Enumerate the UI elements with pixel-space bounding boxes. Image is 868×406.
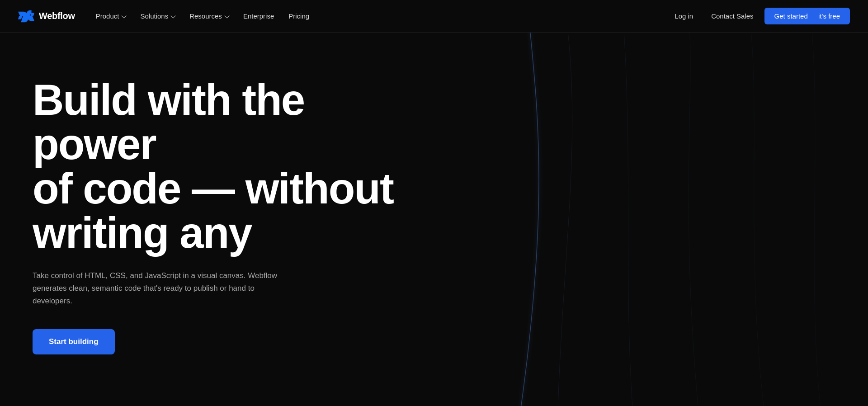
nav-link-pricing[interactable]: Pricing bbox=[282, 9, 316, 24]
logo-text: Webflow bbox=[39, 11, 75, 21]
nav-item-enterprise: Enterprise bbox=[237, 9, 280, 24]
nav-link-solutions[interactable]: Solutions bbox=[134, 9, 181, 24]
nav-item-resources: Resources bbox=[183, 9, 235, 24]
nav-left: Webflow Product Solutions Resources bbox=[18, 9, 316, 24]
contact-sales-link[interactable]: Contact Sales bbox=[704, 9, 760, 24]
hero-content: Build with the power of code — without w… bbox=[33, 78, 421, 354]
nav-right: Log in Contact Sales Get started — it's … bbox=[667, 8, 850, 24]
hero-subtext: Take control of HTML, CSS, and JavaScrip… bbox=[33, 269, 286, 307]
nav-item-pricing: Pricing bbox=[282, 9, 316, 24]
chevron-down-icon bbox=[170, 15, 175, 18]
nav-link-enterprise[interactable]: Enterprise bbox=[237, 9, 280, 24]
nav-link-product[interactable]: Product bbox=[90, 9, 132, 24]
webflow-logo-icon bbox=[18, 10, 34, 23]
logo-link[interactable]: Webflow bbox=[18, 10, 75, 23]
start-building-button[interactable]: Start building bbox=[33, 329, 115, 354]
nav-link-resources[interactable]: Resources bbox=[183, 9, 235, 24]
chevron-down-icon bbox=[224, 15, 229, 18]
nav-links: Product Solutions Resources Enterprise bbox=[90, 9, 316, 24]
main-nav: Webflow Product Solutions Resources bbox=[0, 0, 868, 33]
get-started-button[interactable]: Get started — it's free bbox=[764, 8, 850, 24]
login-link[interactable]: Log in bbox=[667, 9, 700, 24]
hero-heading: Build with the power of code — without w… bbox=[33, 78, 421, 255]
hero-section: Build with the power of code — without w… bbox=[0, 33, 868, 406]
chevron-down-icon bbox=[121, 15, 126, 18]
nav-item-solutions: Solutions bbox=[134, 9, 181, 24]
nav-item-product: Product bbox=[90, 9, 132, 24]
